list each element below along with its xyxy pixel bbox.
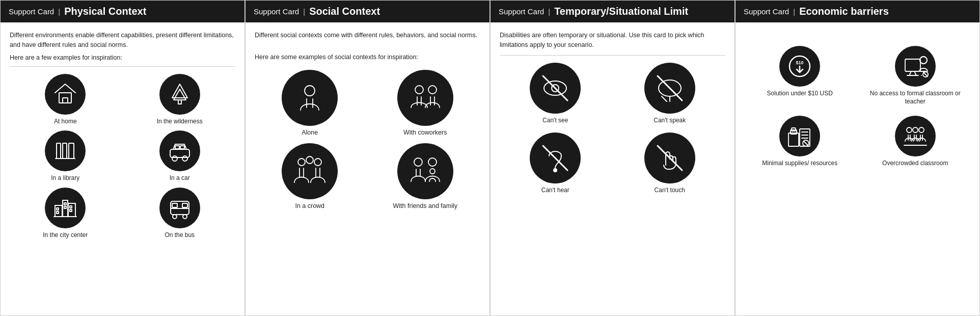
list-item: On the bus <box>124 188 236 240</box>
card-description1: Different social contexts come with diff… <box>255 31 480 40</box>
header-title: Temporary/Situational Limit <box>554 6 688 17</box>
svg-rect-77 <box>788 133 799 146</box>
svg-rect-22 <box>70 209 72 212</box>
library-icon-circle <box>45 130 86 171</box>
svg-point-73 <box>920 57 927 64</box>
item-label: Can't see <box>542 117 568 125</box>
item-label: In a car <box>170 174 190 182</box>
svg-line-85 <box>804 141 808 145</box>
friends-icon-circle <box>397 143 453 199</box>
wilderness-icon-circle <box>159 74 200 115</box>
cant-see-icon <box>539 72 571 104</box>
supplies-icon-circle <box>779 116 820 156</box>
supplies-icon <box>786 123 813 149</box>
header-separator: | <box>793 7 795 16</box>
list-item: Alone <box>255 70 365 136</box>
divider <box>500 55 725 56</box>
coworkers-icon-circle <box>397 70 453 126</box>
cant-speak-icon-circle <box>644 63 695 114</box>
svg-point-10 <box>172 156 177 161</box>
list-item: In a car <box>124 130 236 182</box>
header-separator: | <box>58 7 60 16</box>
money-icon-circle: $10 <box>779 46 820 87</box>
svg-point-33 <box>305 86 315 96</box>
icon-grid: $10 Solution under $10 USD <box>745 46 970 168</box>
svg-line-63 <box>658 146 682 170</box>
svg-point-28 <box>173 215 177 219</box>
car-icon-circle <box>159 130 200 171</box>
cant-touch-icon <box>654 142 686 174</box>
divider <box>10 66 235 67</box>
svg-rect-1 <box>63 98 68 103</box>
list-item: In a library <box>10 130 121 182</box>
situational-limit-card: Support Card | Temporary/Situational Lim… <box>490 0 735 316</box>
header-prefix: Support Card <box>254 7 299 16</box>
list-item: Minimal supplies/ resources <box>745 116 855 168</box>
svg-point-61 <box>554 169 557 172</box>
svg-line-56 <box>543 76 567 100</box>
list-item: With friends and family <box>370 143 481 209</box>
svg-point-42 <box>298 159 305 166</box>
car-icon <box>167 138 193 164</box>
item-label: In a library <box>51 174 79 182</box>
card-header: Support Card | Physical Context <box>1 1 244 22</box>
alone-icon-circle <box>282 70 338 126</box>
list-item: With coworkers <box>370 70 481 136</box>
no-classroom-icon <box>902 53 929 80</box>
icon-grid: Can't see Can't speak <box>500 63 725 195</box>
list-item: Overcrowded classroom <box>860 116 971 168</box>
svg-text:$10: $10 <box>796 60 804 65</box>
item-label: In the city center <box>43 231 88 240</box>
svg-rect-25 <box>172 203 177 207</box>
home-icon <box>52 82 78 107</box>
card-header: Support Card | Economic barriers <box>736 1 979 22</box>
icon-grid: Alone With coworkers <box>255 70 480 209</box>
cant-hear-icon <box>539 142 571 174</box>
svg-rect-6 <box>63 143 67 159</box>
svg-rect-17 <box>57 208 59 210</box>
cant-touch-icon-circle <box>644 133 695 183</box>
card-description: Different environments enable different … <box>10 31 235 50</box>
svg-rect-7 <box>69 143 74 159</box>
svg-point-29 <box>183 215 187 219</box>
svg-point-86 <box>907 127 912 133</box>
crowd-icon-circle <box>282 143 338 199</box>
card-body: $10 Solution under $10 USD <box>736 22 979 315</box>
item-label: Alone <box>302 129 318 136</box>
social-context-card: Support Card | Social Context Different … <box>245 0 490 316</box>
svg-point-50 <box>428 158 437 166</box>
svg-rect-79 <box>792 128 796 131</box>
svg-rect-13 <box>180 146 184 149</box>
item-label: Minimal supplies/ resources <box>762 160 837 168</box>
svg-rect-5 <box>57 143 61 159</box>
svg-line-58 <box>662 96 667 101</box>
home-icon-circle <box>45 74 86 115</box>
item-label: On the bus <box>165 231 195 240</box>
item-label: In a crowd <box>295 202 324 209</box>
list-item: No access to formal classroom or teacher <box>860 46 971 106</box>
svg-line-76 <box>923 72 928 76</box>
list-item: At home <box>10 74 121 126</box>
card-subtitle: Here are a few examples for inspiration: <box>10 54 235 61</box>
list-item: Can't see <box>500 63 611 125</box>
svg-rect-26 <box>182 203 187 207</box>
list-item: $10 Solution under $10 USD <box>745 46 855 106</box>
svg-rect-19 <box>64 203 66 205</box>
library-icon <box>52 138 78 164</box>
crowd-icon <box>291 153 328 190</box>
item-label: Can't hear <box>541 187 569 195</box>
friends-icon <box>407 153 444 190</box>
coworkers-icon <box>407 80 444 116</box>
svg-point-87 <box>913 127 918 133</box>
card-description: Disabilities are often temporary or situ… <box>500 31 725 50</box>
svg-point-37 <box>428 86 437 94</box>
header-prefix: Support Card <box>744 7 789 16</box>
svg-rect-4 <box>178 100 181 104</box>
overcrowded-icon-circle <box>895 116 936 156</box>
list-item: In a crowd <box>255 143 365 209</box>
header-title: Economic barriers <box>799 6 889 17</box>
economic-barriers-card: Support Card | Economic barriers $10 Sol… <box>735 0 980 316</box>
header-prefix: Support Card <box>499 7 544 16</box>
item-label: Overcrowded classroom <box>882 160 948 168</box>
physical-context-card: Support Card | Physical Context Differen… <box>0 0 245 316</box>
